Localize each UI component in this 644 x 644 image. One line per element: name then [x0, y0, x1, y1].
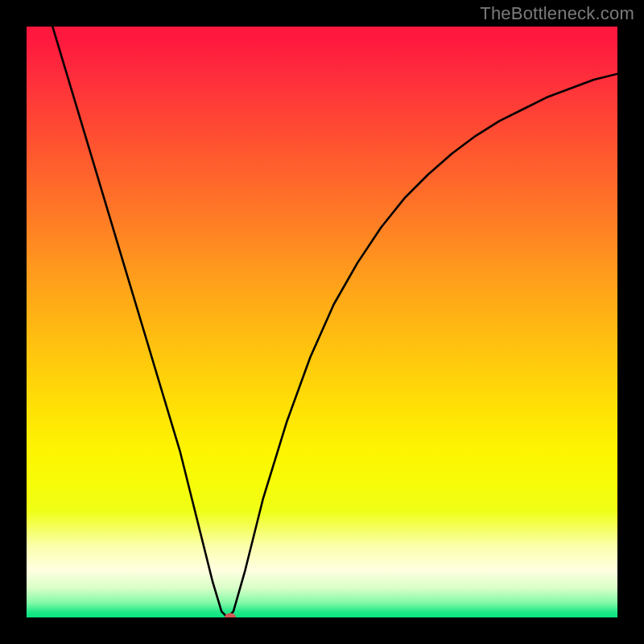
chart-container: TheBottleneck.com — [0, 0, 644, 644]
plot-area — [27, 27, 617, 617]
curve-svg — [27, 27, 617, 617]
bottleneck-curve — [27, 27, 617, 617]
watermark-text: TheBottleneck.com — [480, 3, 634, 24]
optimal-point-marker — [225, 613, 236, 618]
